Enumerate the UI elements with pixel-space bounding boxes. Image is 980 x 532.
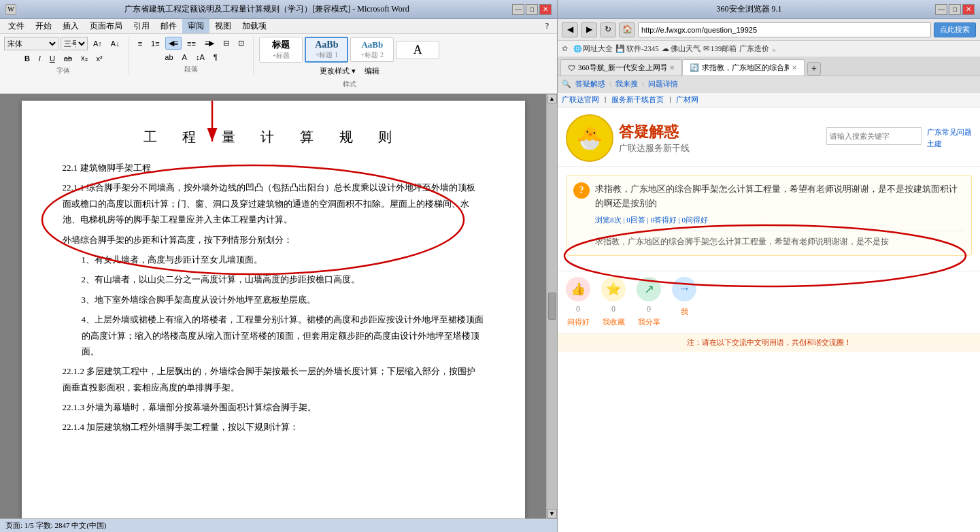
ribbon-para-row1: ≡ 1≡ ◀≡ ≡≡ ≡▶ ⊟ ⊡: [135, 37, 248, 50]
link-service[interactable]: 服务新干线首页: [611, 95, 664, 105]
sort-btn[interactable]: ↕A: [192, 51, 208, 63]
align-right-btn[interactable]: ≡▶: [201, 37, 218, 50]
italic-btn[interactable]: I: [35, 52, 44, 65]
action-more-btn[interactable]: → 我: [672, 277, 696, 327]
share-label: 我分享: [638, 317, 660, 327]
address-bar[interactable]: [638, 22, 931, 37]
browser-close-btn[interactable]: ✕: [962, 4, 975, 15]
change-style-btn[interactable]: 更改样式 ▾: [316, 64, 359, 78]
browser-maximize-btn[interactable]: □: [949, 4, 961, 15]
word-maximize-btn[interactable]: □: [526, 4, 538, 15]
browser-search-btn[interactable]: 点此搜索: [934, 22, 976, 37]
menu-review[interactable]: 审阅: [182, 19, 209, 33]
justify-btn[interactable]: ⊟: [220, 37, 233, 50]
menu-addins[interactable]: 加载项: [237, 19, 272, 33]
nav-breadcrumb-3[interactable]: 问题详情: [648, 79, 678, 89]
menu-home[interactable]: 开始: [30, 19, 57, 33]
nav-breadcrumb-1[interactable]: 答疑解惑: [575, 79, 605, 89]
browser-minimize-btn[interactable]: —: [935, 4, 947, 15]
scroll-down-btn[interactable]: ▼: [547, 509, 557, 518]
bookmark-mail-icon: ✉: [703, 44, 709, 53]
style-heading1-btn[interactable]: AaBb +标题 1: [305, 37, 348, 63]
align-center-btn[interactable]: ≡≡: [184, 37, 199, 50]
doc-container: 工 程 量 计 算 规 则 22.1 建筑物脚手架工程 22.1.1 综合脚手架…: [0, 94, 557, 518]
para-22-1-2: 22.1.2 多层建筑工程中，上层飘出的，外墙综合脚手架按最长一层的外墙长度计算…: [63, 363, 484, 395]
menu-help-icon[interactable]: ?: [540, 20, 554, 33]
menu-file[interactable]: 文件: [3, 19, 30, 33]
word-titlebar: W 广东省建筑工程定额说明及工程量计算规则（学习）[兼容模式] - Micros…: [0, 0, 557, 19]
site-mascot: 🐣: [566, 114, 613, 162]
word-title: 广东省建筑工程定额说明及工程量计算规则（学习）[兼容模式] - Microsof…: [22, 3, 512, 15]
browser-home-btn[interactable]: 🏠: [619, 22, 635, 37]
menu-references[interactable]: 引用: [128, 19, 155, 33]
word-window-controls[interactable]: — □ ✕: [512, 4, 552, 15]
bookmark-mail[interactable]: ✉ 139邮箱: [703, 44, 737, 54]
browser-titlebar: 360安全浏览器 9.1 — □ ✕: [558, 0, 980, 19]
link-material[interactable]: 广材网: [676, 95, 698, 105]
doc-scrollbar[interactable]: ▲ ▼: [546, 94, 557, 518]
browser-toolbar: ◀ ▶ ↻ 🏠 点此搜索: [558, 19, 980, 41]
site-search-area: 广东常见问题 土建: [826, 127, 972, 149]
list-btn[interactable]: ≡: [135, 37, 146, 50]
font-shrink-btn[interactable]: A↓: [107, 37, 123, 50]
action-collect-btn[interactable]: ⭐ 0 我收藏: [601, 277, 626, 327]
fontcolor-btn[interactable]: A: [179, 51, 190, 63]
align-left-btn[interactable]: ◀≡: [165, 37, 182, 50]
tab-360nav[interactable]: 🛡 360导航_新一代安全上网导航 ✕: [560, 59, 682, 76]
tab-add-btn[interactable]: +: [807, 62, 821, 76]
bold-btn[interactable]: B: [21, 52, 33, 65]
quick-link-civil[interactable]: 土建: [927, 139, 972, 149]
browser-forward-btn[interactable]: ▶: [581, 22, 597, 37]
more-icon: →: [672, 277, 696, 301]
scroll-up-btn[interactable]: ▲: [547, 94, 557, 103]
style-heading2-btn[interactable]: AaBb +标题 2: [350, 37, 394, 62]
action-share-btn[interactable]: ↗ 0 我分享: [637, 277, 661, 327]
font-size-select[interactable]: 三号: [61, 37, 88, 50]
browser-tabs: 🛡 360导航_新一代安全上网导航 ✕ 🔄 求指教，广东地区的综合脚手架... …: [558, 57, 980, 76]
subscript-btn[interactable]: x₂: [78, 52, 91, 65]
action-liked-btn[interactable]: 👍 0 问得好: [566, 277, 590, 327]
liked-label: 问得好: [567, 317, 590, 327]
scroll-thumb[interactable]: [548, 293, 556, 320]
browser-window-controls[interactable]: — □ ✕: [935, 4, 975, 15]
font-grow-btn[interactable]: A↑: [90, 37, 105, 50]
edit-btn[interactable]: 编辑: [361, 64, 383, 78]
word-minimize-btn[interactable]: —: [512, 4, 524, 15]
nav-breadcrumb-2[interactable]: 我来搜: [615, 79, 638, 89]
browser-refresh-btn[interactable]: ↻: [600, 22, 616, 37]
menu-mailings[interactable]: 邮件: [155, 19, 182, 33]
bookmark-weather[interactable]: ☁ 佛山天气: [662, 44, 700, 54]
liked-icon: 👍: [566, 277, 590, 301]
site-search-input[interactable]: [826, 127, 922, 145]
doc-scroll-area[interactable]: 工 程 量 计 算 规 则 22.1 建筑物脚手架工程 22.1.1 综合脚手架…: [0, 94, 546, 518]
tab-360nav-icon: 🛡: [568, 64, 575, 72]
show-marks-btn[interactable]: ¶: [210, 51, 221, 63]
word-close-btn[interactable]: ✕: [539, 4, 552, 15]
menu-pagelayout[interactable]: 页面布局: [84, 19, 128, 33]
bookmark-price[interactable]: 广东造价: [739, 44, 769, 54]
style-heading-btn[interactable]: 标题 +标题: [259, 37, 303, 63]
question-block: ? 求指教，广东地区的综合脚手架怎么计算工程量，希望有老师说明谢谢，是不是按建筑…: [566, 175, 972, 256]
numlist-btn[interactable]: 1≡: [148, 37, 163, 50]
tab-question-close[interactable]: ✕: [792, 64, 797, 71]
browser-back-btn[interactable]: ◀: [562, 22, 578, 37]
indent-btn[interactable]: ⊡: [235, 37, 248, 50]
quick-links: 广东常见问题 土建: [927, 127, 972, 149]
highlight-btn[interactable]: ab: [161, 51, 176, 63]
share-icon: ↗: [637, 277, 661, 301]
ribbon-content: 宋体 三号 A↑ A↓ B I U ab x₂ x² 字体: [4, 37, 553, 89]
underline-btn[interactable]: U: [46, 52, 58, 65]
font-name-select[interactable]: 宋体: [4, 37, 58, 50]
quick-link-guangdong[interactable]: 广东常见问题: [927, 127, 972, 137]
tab-question[interactable]: 🔄 求指教，广东地区的综合脚手架... ✕: [682, 59, 805, 76]
bookmark-wangzhi-icon: 🌐: [573, 45, 581, 52]
menu-insert[interactable]: 插入: [57, 19, 84, 33]
bookmark-wangzhi[interactable]: 🌐 网址大全: [573, 44, 613, 54]
bookmark-software[interactable]: 💾 软件-2345: [615, 44, 659, 54]
link-guanglianda[interactable]: 广联达官网: [562, 95, 599, 105]
tab-360nav-close[interactable]: ✕: [669, 64, 675, 71]
style-more-btn[interactable]: A: [396, 41, 439, 59]
superscript-btn[interactable]: x²: [93, 52, 106, 65]
strikethrough-btn[interactable]: ab: [61, 52, 75, 65]
menu-view[interactable]: 视图: [209, 19, 237, 33]
